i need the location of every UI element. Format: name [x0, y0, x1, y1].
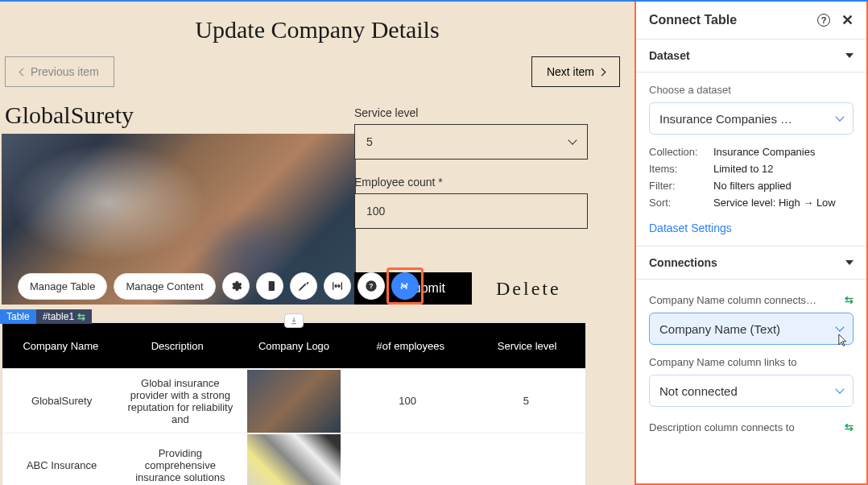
td-employees — [349, 461, 467, 470]
th-employees[interactable]: #of employees — [352, 335, 469, 357]
table-header: Company Name Description Company Logo #o… — [2, 323, 585, 368]
td-level — [467, 461, 585, 470]
close-icon[interactable]: ✕ — [841, 13, 854, 27]
dataset-dropdown[interactable]: Insurance Companies … — [649, 102, 854, 135]
connection-1-label: Company Name column connects… — [649, 294, 816, 306]
connections-section-header[interactable]: Connections — [636, 246, 866, 280]
td-employees: 100 — [349, 390, 467, 412]
table-body: GlobalSuretyGlobal insurance provider wi… — [2, 368, 585, 485]
chevron-down-icon — [835, 384, 844, 393]
chevron-down-icon — [835, 112, 844, 121]
td-desc: Providing comprehensive insurance soluti… — [121, 442, 239, 485]
panel-help-icon[interactable]: ? — [817, 14, 830, 27]
choose-dataset-label: Choose a dataset — [649, 84, 854, 96]
chevron-left-icon — [19, 68, 27, 76]
layout-icon[interactable] — [256, 272, 283, 300]
connection-2-label: Company Name column links to — [649, 356, 797, 368]
td-logo — [239, 434, 348, 486]
dataset-settings-link[interactable]: Dataset Settings — [649, 222, 732, 234]
connections-section: Company Name column connects… ⇆ Company … — [636, 280, 866, 445]
element-type-tag[interactable]: Table — [0, 309, 36, 324]
previous-item-label: Previous item — [31, 65, 99, 78]
item-nav: Previous item Next item — [0, 48, 634, 87]
connect-data-icon[interactable] — [391, 272, 419, 300]
download-icon[interactable] — [284, 313, 304, 328]
company-form: Service level 5 Employee count * 100 — [354, 106, 618, 229]
th-company-name[interactable]: Company Name — [2, 335, 119, 357]
design-icon[interactable] — [290, 272, 317, 300]
element-tag: Table #table1 ⇆ — [0, 309, 92, 324]
chevron-down-icon — [835, 322, 844, 331]
data-table[interactable]: Company Name Description Company Logo #o… — [2, 322, 586, 485]
td-name: ABC Insurance — [2, 454, 121, 476]
th-description[interactable]: Description — [119, 335, 236, 357]
editor-canvas: Update Company Details Previous item Nex… — [0, 2, 634, 485]
collection-value: Insurance Companies — [713, 146, 815, 158]
element-id-tag[interactable]: #table1 ⇆ — [36, 309, 92, 324]
td-level: 5 — [467, 390, 585, 412]
connect-table-panel: Connect Table ? ✕ Dataset Choose a datas… — [634, 2, 868, 485]
help-icon[interactable]: ? — [358, 272, 385, 300]
next-item-label: Next item — [547, 65, 594, 78]
link-icon: ⇆ — [77, 311, 85, 322]
td-logo — [239, 370, 348, 433]
sort-value: Service level: High → Low — [713, 197, 836, 209]
element-toolbar: Manage Table Manage Content ? — [18, 272, 419, 300]
th-company-logo[interactable]: Company Logo — [236, 335, 353, 357]
td-name: GlobalSurety — [2, 390, 121, 412]
dataset-section-header[interactable]: Dataset — [636, 39, 866, 73]
svg-text:?: ? — [369, 282, 373, 290]
svg-rect-1 — [265, 281, 269, 291]
panel-title: Connect Table — [649, 13, 737, 27]
employee-count-input[interactable]: 100 — [354, 193, 588, 229]
th-service-level[interactable]: Service level — [469, 335, 585, 357]
manage-table-button[interactable]: Manage Table — [18, 273, 107, 300]
delete-button[interactable]: Delete — [496, 278, 561, 300]
panel-header: Connect Table ? ✕ — [636, 2, 866, 39]
service-level-select[interactable]: 5 — [354, 124, 588, 160]
items-value: Limited to 12 — [713, 163, 773, 175]
chevron-right-icon — [598, 68, 606, 76]
previous-item-button[interactable]: Previous item — [5, 56, 114, 87]
employee-count-value: 100 — [366, 205, 385, 218]
connection-1-dropdown[interactable]: Company Name (Text) — [649, 313, 854, 345]
page-title: Update Company Details — [0, 2, 634, 48]
stretch-icon[interactable] — [324, 272, 351, 300]
chevron-down-icon — [845, 260, 854, 265]
cursor-icon — [835, 333, 848, 349]
table-row[interactable]: GlobalSuretyGlobal insurance provider wi… — [2, 368, 585, 433]
employee-count-label: Employee count * — [354, 176, 618, 189]
dataset-section: Choose a dataset Insurance Companies … C… — [636, 73, 866, 246]
connection-2-dropdown[interactable]: Not connected — [649, 375, 854, 407]
service-level-label: Service level — [354, 106, 618, 119]
settings-icon[interactable] — [222, 272, 250, 300]
connection-3-label: Description column connects to — [649, 421, 795, 433]
chevron-down-icon — [568, 135, 577, 144]
td-desc: Global insurance provider with a strong … — [121, 372, 239, 430]
next-item-button[interactable]: Next item — [531, 56, 620, 87]
service-level-value: 5 — [366, 135, 373, 148]
swap-icon: ⇆ — [845, 294, 854, 306]
swap-icon: ⇆ — [845, 421, 854, 433]
chevron-down-icon — [845, 53, 854, 58]
filter-value: No filters applied — [713, 180, 792, 192]
table-row[interactable]: ABC InsuranceProviding comprehensive ins… — [2, 433, 585, 485]
manage-content-button[interactable]: Manage Content — [114, 273, 215, 300]
